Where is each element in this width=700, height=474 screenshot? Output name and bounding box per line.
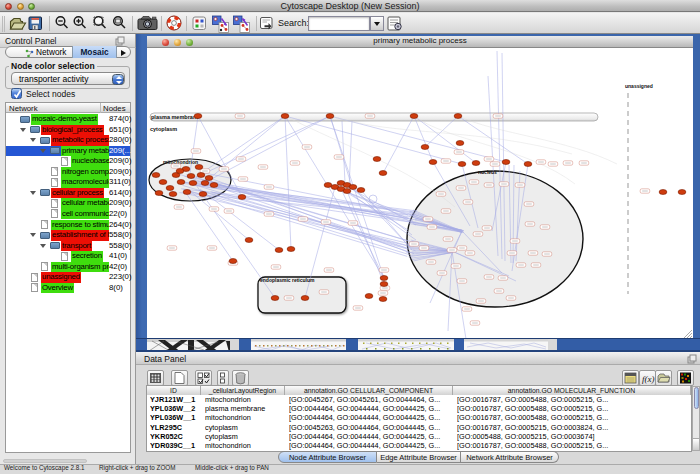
- svg-text:nucleus: nucleus: [478, 169, 497, 175]
- svg-text:endoplasmic reticulum: endoplasmic reticulum: [260, 277, 315, 283]
- svg-text:f(x): f(x): [642, 374, 655, 384]
- svg-text:unassigned: unassigned: [625, 83, 653, 89]
- svg-text:cytoplasm: cytoplasm: [150, 126, 177, 132]
- svg-text:plasma membrane: plasma membrane: [151, 114, 199, 120]
